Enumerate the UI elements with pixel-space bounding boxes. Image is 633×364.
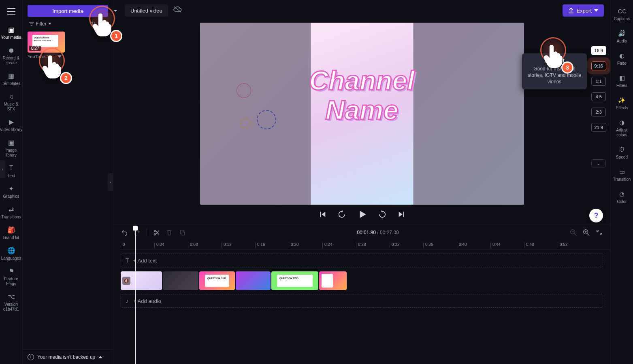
menu-button[interactable]	[3, 3, 19, 19]
ruler-tick: 0:04	[154, 242, 164, 248]
collapse-media-panel[interactable]: ‹	[108, 173, 113, 191]
video-track[interactable]: 🔇 QUESTION ONE QUESTION TWO	[121, 271, 603, 290]
sort-label: Sort	[98, 21, 107, 27]
export-label: Export	[576, 8, 592, 14]
filters-icon: ◧	[618, 74, 626, 82]
leftnav-record[interactable]: ⏺Record & create	[0, 44, 23, 70]
rightnav-label: Effects	[616, 106, 628, 110]
play-button[interactable]	[357, 209, 367, 220]
rightnav-fade[interactable]: ◐Fade	[611, 49, 633, 71]
ruler-tick: 0:36	[423, 242, 433, 248]
right-sidebar: CCCaptions🔊Audio◐Fade◧Filters✨Effects◑Ad…	[610, 0, 633, 364]
ruler-tick: 0:40	[457, 242, 467, 248]
thumb-card-title: QUESTION ONE	[34, 36, 57, 39]
version-icon: ⌥	[7, 293, 15, 301]
ruler-tick: 0:12	[222, 242, 231, 248]
rightnav-label: Transition	[613, 177, 631, 182]
ruler-tick: 0:20	[289, 242, 298, 248]
leftnav-music[interactable]: ♫Music & SFX	[0, 90, 23, 116]
undo-button[interactable]	[121, 229, 128, 236]
help-button[interactable]: ?	[589, 209, 603, 222]
leftnav-templates[interactable]: ▦Templates	[0, 70, 23, 90]
leftnav-image-lib[interactable]: ▣Image library	[0, 136, 23, 162]
text-track-icon: T	[121, 257, 133, 264]
text-icon: T	[7, 164, 15, 172]
leftnav-languages[interactable]: 🌐Languages	[0, 244, 23, 265]
clip-2[interactable]	[163, 271, 198, 290]
fade-icon: ◐	[618, 52, 626, 60]
clip-1[interactable]: 🔇	[121, 271, 162, 290]
aspect-2-3[interactable]: 2:3	[591, 108, 606, 116]
audio-icon: 🔊	[618, 30, 626, 38]
clip-4[interactable]	[236, 271, 271, 290]
clip-3[interactable]: QUESTION ONE	[199, 271, 235, 290]
leftnav-transitions[interactable]: ⇄Transitions	[0, 203, 23, 224]
playhead[interactable]	[135, 226, 136, 364]
left-sidebar: ▣Your media⏺Record & create▦Templates♫Mu…	[0, 0, 23, 364]
audio-track[interactable]: ♪ + Add audio	[121, 294, 603, 308]
aspect-ratio-picker: 16:99:161:14:52:321:9⌄	[591, 46, 606, 167]
aspect-16-9[interactable]: 16:9	[591, 46, 606, 55]
media-panel: Import media Filter Sort QUESTION ONE AN…	[23, 0, 113, 364]
project-title-input[interactable]: Untitled video	[125, 4, 168, 17]
rightnav-label: Filters	[616, 83, 627, 88]
leftnav-version[interactable]: ⌥Version d1b47d1	[0, 290, 23, 316]
rightnav-adjust[interactable]: ◑Adjust colors	[611, 115, 633, 142]
aspect-21-9[interactable]: 21:9	[591, 123, 606, 132]
rightnav-speed[interactable]: ⏱Speed	[611, 142, 633, 165]
aspect-4-5[interactable]: 4:5	[591, 92, 606, 101]
filter-button[interactable]: Filter	[29, 21, 51, 27]
split-button[interactable]	[153, 229, 160, 236]
media-thumbnail[interactable]: QUESTION ONE ANSWER GOES HERE → 0:27 You…	[28, 32, 65, 59]
rightnav-label: Fade	[617, 61, 627, 66]
thumb-duration: 0:27	[29, 46, 41, 51]
delete-button[interactable]	[166, 229, 173, 236]
leftnav-featureflags[interactable]: ⚑Feature Flags	[0, 265, 23, 290]
media-icon: ▣	[7, 26, 15, 34]
leftnav-label: Record & create	[3, 56, 20, 65]
ruler-tick: 0:08	[188, 242, 198, 248]
preview-canvas[interactable]: Channel Name	[200, 23, 524, 205]
leftnav-media[interactable]: ▣Your media	[0, 23, 23, 44]
thumb-card-sub: ANSWER GOES HERE →	[34, 40, 57, 42]
ruler-tick: 0:48	[524, 242, 534, 248]
rightnav-color[interactable]: ◔Color	[611, 187, 633, 209]
leftnav-label: Image library	[6, 148, 17, 157]
aspect-ratio-tooltip: Portrait Good for Instagram stories, IGT…	[522, 53, 587, 89]
clip-mute-icon[interactable]: 🔇	[122, 277, 130, 285]
leftnav-graphics[interactable]: ✦Graphics	[0, 182, 23, 203]
leftnav-label: Brand kit	[3, 235, 19, 240]
backup-message: Your media isn't backed up	[37, 354, 95, 360]
record-icon: ⏺	[7, 47, 15, 55]
forward-10-button[interactable]	[378, 210, 387, 219]
rightnav-captions[interactable]: CCCaptions	[611, 4, 633, 26]
clip-5[interactable]: QUESTION TWO	[271, 271, 318, 290]
export-button[interactable]: Export	[563, 4, 604, 17]
backup-warning[interactable]: i Your media isn't backed up	[23, 349, 113, 364]
skip-end-button[interactable]	[397, 210, 406, 219]
skip-start-button[interactable]	[318, 210, 327, 219]
rightnav-effects[interactable]: ✨Effects	[611, 93, 633, 115]
leftnav-brandkit[interactable]: 🎒Brand kit	[0, 224, 23, 244]
sort-button[interactable]: Sort	[91, 21, 107, 27]
aspect-1-1[interactable]: 1:1	[591, 77, 606, 86]
collapse-right-panel[interactable]: ›	[0, 160, 5, 178]
text-track[interactable]: T + Add text	[121, 254, 603, 267]
rightnav-audio[interactable]: 🔊Audio	[611, 26, 633, 49]
rewind-10-button[interactable]	[337, 210, 346, 219]
zoom-fit-button[interactable]	[596, 229, 603, 236]
featureflags-icon: ⚑	[7, 267, 15, 275]
leftnav-video-lib[interactable]: ▶Video library	[0, 116, 23, 136]
zoom-in-button[interactable]	[583, 229, 590, 236]
clip-6[interactable]	[319, 271, 347, 290]
rightnav-filters[interactable]: ◧Filters	[611, 71, 633, 93]
rightnav-transition[interactable]: ▭Transition	[611, 165, 633, 187]
zoom-out-button[interactable]	[570, 229, 577, 236]
import-media-button[interactable]: Import media	[28, 5, 108, 17]
timeline-ruler[interactable]: 00:040:080:120:160:200:240:280:320:360:4…	[121, 241, 610, 250]
cloud-sync-off-icon[interactable]	[173, 6, 183, 15]
duplicate-button[interactable]	[179, 229, 186, 236]
aspect-9-16[interactable]: 9:16	[591, 61, 606, 70]
import-media-dropdown[interactable]	[107, 5, 124, 17]
aspect-more-button[interactable]: ⌄	[591, 159, 606, 167]
